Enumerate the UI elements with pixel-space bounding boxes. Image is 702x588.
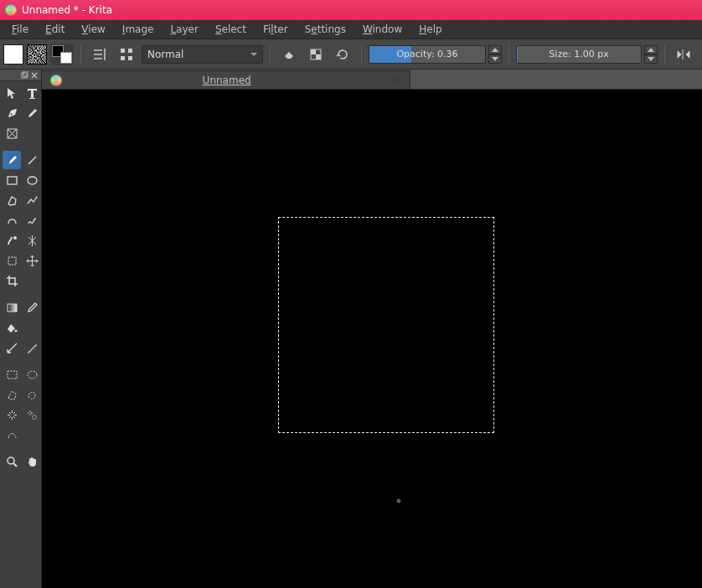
color-sampler-tool[interactable]	[23, 298, 41, 317]
pan-tool[interactable]	[23, 452, 41, 471]
menu-help[interactable]: Help	[410, 21, 450, 38]
svg-point-16	[14, 329, 17, 332]
menu-filter[interactable]: Filter	[255, 21, 297, 38]
ellipse-tool[interactable]	[23, 171, 41, 189]
svg-rect-6	[316, 54, 321, 59]
menu-image[interactable]: Image	[114, 21, 163, 38]
calligraphy-tool[interactable]	[23, 104, 41, 122]
krita-app-icon	[5, 4, 17, 16]
fill-tool[interactable]	[3, 318, 21, 337]
text-tool[interactable]	[23, 84, 41, 102]
opacity-slider-label: Opacity: 0.36	[369, 49, 485, 59]
close-tab-icon[interactable]: ✕	[391, 74, 401, 87]
svg-point-21	[8, 457, 14, 464]
svg-rect-1	[128, 49, 132, 53]
freehand-brush-tool[interactable]	[3, 151, 21, 169]
crop-tool[interactable]	[3, 271, 21, 290]
document-tab-name: Unnamed	[70, 75, 383, 86]
polygon-tool[interactable]	[3, 191, 21, 209]
menu-window[interactable]: Window	[354, 21, 410, 38]
bezier-select-tool[interactable]	[3, 426, 21, 444]
foreground-background-color[interactable]	[50, 44, 74, 65]
brush-settings-button[interactable]	[88, 44, 111, 65]
zoom-tool[interactable]	[3, 452, 21, 471]
dropdown-arrow-icon	[250, 53, 257, 59]
svg-point-13	[13, 236, 17, 240]
svg-rect-11	[8, 177, 17, 184]
blend-mode-combo[interactable]: Normal	[142, 45, 263, 64]
svg-point-20	[32, 415, 36, 419]
separator	[270, 44, 271, 65]
spin-down-icon[interactable]	[644, 54, 658, 64]
close-panel-icon[interactable]	[30, 71, 39, 80]
blend-mode-label: Normal	[147, 49, 183, 60]
menubar: File Edit View Image Layer Select Filter…	[0, 20, 702, 39]
canvas-area[interactable]	[42, 90, 702, 588]
rect-select-tool[interactable]	[3, 365, 21, 384]
eraser-mode-button[interactable]	[277, 44, 301, 65]
size-slider-label: Size: 1.00 px	[517, 49, 641, 59]
svg-rect-14	[8, 257, 16, 265]
options-toolbar: Normal Opacity: 0.36 Size: 1.00 px	[0, 39, 702, 70]
spin-down-icon[interactable]	[488, 54, 502, 64]
opacity-spin[interactable]	[488, 45, 502, 64]
fill-gradient-tool[interactable]	[3, 298, 21, 317]
document-icon	[50, 75, 62, 86]
menu-view[interactable]: View	[73, 21, 113, 38]
toolbox-header[interactable]	[0, 70, 41, 81]
line-tool[interactable]	[23, 151, 41, 169]
move-tool[interactable]	[23, 251, 41, 270]
svg-rect-7	[22, 73, 27, 78]
svg-rect-8	[23, 71, 28, 76]
mirror-horizontal-button[interactable]	[672, 44, 695, 65]
multibrush-tool[interactable]	[23, 231, 41, 250]
freehand-path-tool[interactable]	[23, 211, 41, 230]
brush-cursor-outline	[397, 499, 400, 503]
svg-rect-17	[8, 371, 17, 379]
rectangle-tool[interactable]	[3, 171, 21, 189]
document-tab-strip: Unnamed ✕	[42, 70, 702, 90]
svg-rect-3	[128, 56, 132, 60]
spin-up-icon[interactable]	[488, 45, 502, 54]
transform-tool-2[interactable]	[3, 251, 21, 270]
bezier-tool[interactable]	[3, 211, 21, 230]
assistant-tool[interactable]	[3, 338, 21, 357]
measure-tool[interactable]	[23, 338, 41, 357]
dynamic-brush-tool[interactable]	[3, 231, 21, 250]
size-slider[interactable]: Size: 1.00 px	[516, 45, 642, 64]
transform-tool[interactable]	[3, 84, 21, 102]
gradient-preset-thumb[interactable]	[3, 44, 23, 64]
svg-rect-15	[8, 304, 17, 312]
polygon-select-tool[interactable]	[3, 385, 21, 404]
pattern-edit-tool[interactable]	[3, 124, 21, 142]
edit-shapes-tool[interactable]	[3, 104, 21, 122]
menu-select[interactable]: Select	[207, 21, 255, 38]
svg-point-12	[28, 177, 37, 184]
svg-line-22	[13, 463, 17, 467]
float-panel-icon[interactable]	[20, 71, 28, 80]
marching-ants-selection	[278, 217, 494, 433]
reload-preset-button[interactable]	[331, 44, 354, 65]
separator	[664, 44, 665, 65]
document-tab[interactable]: Unnamed ✕	[42, 70, 410, 89]
menu-layer[interactable]: Layer	[162, 21, 206, 38]
svg-point-19	[28, 411, 32, 415]
polyline-tool[interactable]	[23, 191, 41, 209]
freehand-select-tool[interactable]	[23, 385, 41, 404]
workspace-chooser-button[interactable]	[115, 44, 138, 65]
menu-file[interactable]: File	[3, 21, 37, 38]
titlebar: Unnamed * - Krita	[0, 0, 702, 20]
alpha-lock-button[interactable]	[304, 44, 328, 65]
opacity-slider[interactable]: Opacity: 0.36	[369, 45, 486, 64]
contiguous-select-tool[interactable]	[3, 405, 21, 424]
ellipse-select-tool[interactable]	[23, 365, 41, 384]
similar-select-tool[interactable]	[23, 405, 41, 424]
menu-settings[interactable]: Settings	[297, 21, 354, 38]
svg-rect-0	[121, 49, 125, 53]
svg-line-10	[28, 157, 36, 164]
menu-edit[interactable]: Edit	[37, 21, 73, 38]
size-spin[interactable]	[644, 45, 658, 64]
spin-up-icon[interactable]	[644, 45, 658, 54]
svg-rect-2	[121, 56, 125, 60]
pattern-preset-thumb[interactable]	[27, 44, 47, 64]
